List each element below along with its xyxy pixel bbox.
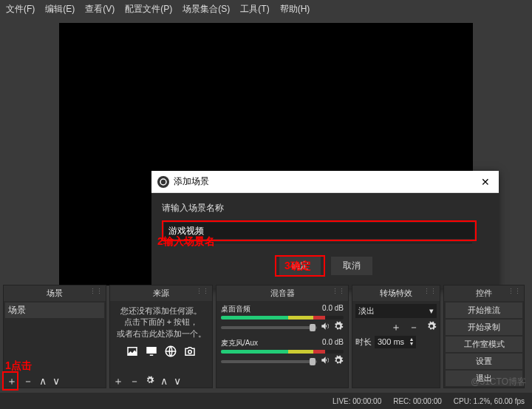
annotation-confirm: 3确定 [284,260,311,273]
menu-file[interactable]: 文件(F) [6,3,35,16]
ch1-slider[interactable] [221,326,317,329]
sources-empty-3: 或者右击此处添加一个。 [115,328,208,339]
svg-point-0 [160,179,166,185]
menu-edit[interactable]: 编辑(E) [45,3,75,16]
drag-icon[interactable]: ⋮⋮ [423,288,437,295]
ch2-name: 麦克风/Aux [221,338,258,348]
transition-select[interactable]: 淡出▾ [355,304,437,318]
ch1-level: 0.0 dB [322,304,344,314]
sources-empty-1: 您还没有添加任何源。 [115,305,208,317]
sources-title: 来源 [153,288,169,297]
add-source-button[interactable]: ＋ [113,376,123,386]
add-scene-button[interactable]: ＋ [7,376,17,386]
menu-help[interactable]: 帮助(H) [280,3,310,16]
remove-scene-button[interactable]: － [23,376,33,386]
source-down-button[interactable]: ∨ [174,376,181,386]
annotation-input: 2输入场景名 [157,235,215,249]
menu-view[interactable]: 查看(V) [85,3,115,16]
controls-panel: 控件⋮⋮ 开始推流 开始录制 工作室模式 设置 退出 [443,285,525,388]
camera-source-icon [182,344,198,359]
scenes-title: 场景 [47,288,63,297]
start-record-button[interactable]: 开始录制 [446,320,522,335]
obs-icon [157,176,169,188]
scene-down-button[interactable]: ∨ [52,376,60,386]
statusbar: LIVE: 00:00:00 REC: 00:00:00 CPU: 1.2%, … [0,393,532,409]
menubar: 文件(F) 编辑(E) 查看(V) 配置文件(P) 场景集合(S) 工具(T) … [0,0,532,18]
chevron-down-icon: ▾ [429,306,434,316]
ch2-meter [221,350,344,354]
cancel-button[interactable]: 取消 [331,257,372,275]
settings-button[interactable]: 设置 [446,354,522,369]
dialog-title: 添加场景 [174,175,209,188]
scenes-toolbar: ＋ － ∧ ∨ [4,374,106,388]
speaker-icon[interactable] [320,321,330,334]
add-scene-dialog: 添加场景 ✕ 请输入场景名称 确定 取消 [151,171,499,288]
remove-transition-button[interactable]: － [409,322,419,332]
transitions-title: 转场特效 [380,288,412,297]
gear-icon[interactable] [426,321,437,333]
globe-source-icon [163,344,179,359]
sources-empty-2: 点击下面的 + 按钮， [115,317,208,328]
scene-up-button[interactable]: ∧ [39,376,47,386]
menu-profile[interactable]: 配置文件(P) [125,3,172,16]
preview-area: 添加场景 ✕ 请输入场景名称 确定 取消 2输入场景名 3确定 [59,23,473,285]
drag-icon[interactable]: ⋮⋮ [89,288,103,295]
scenes-panel: 场景⋮⋮ 场景 1点击 ＋ － ∧ ∨ [3,285,106,388]
menu-tools[interactable]: 工具(T) [240,3,269,16]
watermark: @51CTO博客 [471,376,526,388]
ch1-meter [221,316,344,320]
add-transition-button[interactable]: ＋ [391,322,401,332]
sources-toolbar: ＋ － ∧ ∨ [110,374,212,388]
source-settings-button[interactable] [146,376,154,386]
ch2-slider[interactable] [221,360,317,363]
duration-input[interactable]: 300 ms▴▾ [375,336,416,348]
start-stream-button[interactable]: 开始推流 [446,302,522,318]
menu-scene-collection[interactable]: 场景集合(S) [183,3,230,16]
display-source-icon [143,344,160,359]
image-source-icon [124,344,140,359]
dialog-prompt: 请输入场景名称 [162,202,488,214]
source-up-button[interactable]: ∧ [160,376,168,386]
ch1-name: 桌面音频 [221,304,250,314]
scene-item[interactable]: 场景 [5,302,104,318]
gear-icon[interactable] [333,355,344,368]
status-rec: REC: 00:00:00 [393,397,442,405]
duration-label: 时长 [355,337,372,348]
remove-source-button[interactable]: － [129,376,140,386]
mixer-panel: 混音器⋮⋮ 桌面音频0.0 dB 麦克风/Aux0.0 dB [216,285,349,388]
svg-point-2 [188,351,192,354]
drag-icon[interactable]: ⋮⋮ [508,288,521,295]
gear-icon[interactable] [333,321,344,334]
drag-icon[interactable]: ⋮⋮ [332,288,345,295]
sources-panel: 来源⋮⋮ 您还没有添加任何源。 点击下面的 + 按钮， 或者右击此处添加一个。 … [109,285,213,388]
annotation-click: 1点击 [5,359,107,373]
mixer-title: 混音器 [270,288,295,297]
ch2-level: 0.0 dB [322,338,344,348]
close-icon[interactable]: ✕ [478,176,493,188]
studio-mode-button[interactable]: 工作室模式 [446,337,522,352]
status-cpu: CPU: 1.2%, 60.00 fps [454,397,525,405]
status-live: LIVE: 00:00:00 [332,397,381,405]
controls-title: 控件 [476,288,492,297]
drag-icon[interactable]: ⋮⋮ [196,288,209,295]
dialog-titlebar: 添加场景 ✕ [151,171,499,193]
speaker-icon[interactable] [320,355,330,368]
transitions-panel: 转场特效⋮⋮ 淡出▾ ＋ － 时长 300 ms▴▾ [352,285,440,388]
